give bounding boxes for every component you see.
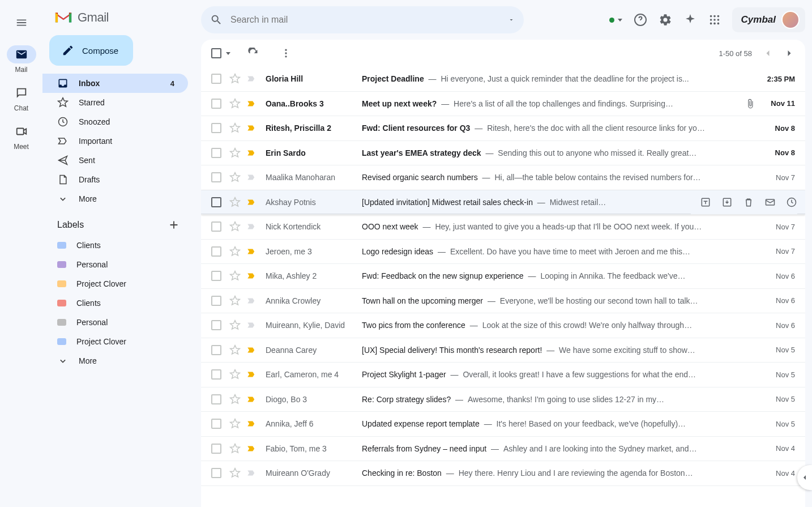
email-row[interactable]: Nick Kortendick OOO next week — Hey, jus… (201, 215, 805, 240)
star-button[interactable] (229, 467, 241, 479)
next-page-button[interactable] (784, 48, 795, 59)
row-checkbox[interactable] (211, 369, 223, 380)
row-checkbox[interactable] (211, 320, 223, 330)
importance-marker[interactable] (246, 99, 258, 109)
move-to-inbox-icon[interactable] (721, 197, 733, 208)
email-row[interactable]: Deanna Carey [UX] Special delivery! This… (201, 338, 805, 363)
importance-marker[interactable] (246, 197, 258, 207)
email-row[interactable]: Muireann O'Grady Checking in re: Boston … (201, 461, 805, 486)
star-button[interactable] (229, 344, 241, 356)
row-checkbox[interactable] (211, 271, 223, 281)
row-checkbox[interactable] (211, 345, 223, 355)
status-indicator[interactable] (609, 18, 622, 23)
row-checkbox[interactable] (211, 221, 223, 232)
label-item[interactable]: Clients (42, 236, 188, 255)
star-button[interactable] (229, 246, 241, 257)
row-checkbox[interactable] (211, 246, 223, 257)
search-options-icon[interactable] (508, 16, 515, 23)
star-button[interactable] (229, 443, 241, 454)
email-row[interactable]: Mika, Ashley 2 Fwd: Feedback on the new … (201, 264, 805, 289)
star-button[interactable] (229, 197, 241, 208)
importance-marker[interactable] (246, 74, 258, 84)
delete-icon[interactable] (743, 197, 754, 208)
mark-read-icon[interactable] (764, 197, 776, 208)
main-menu-button[interactable] (9, 10, 34, 35)
importance-marker[interactable] (246, 394, 258, 404)
star-button[interactable] (229, 270, 241, 282)
email-row[interactable]: Akshay Potnis [Updated invitation] Midwe… (201, 190, 805, 215)
email-row[interactable]: Diogo, Bo 3 Re: Corp strategy slides? — … (201, 387, 805, 412)
star-button[interactable] (229, 147, 241, 159)
row-checkbox[interactable] (211, 74, 223, 84)
search-bar[interactable] (201, 6, 524, 33)
email-row[interactable]: Oana..Brooks 3 Meet up next week? — Here… (201, 92, 805, 117)
prev-page-button[interactable] (762, 48, 773, 59)
nav-inbox[interactable]: Inbox 4 (42, 74, 188, 93)
label-item[interactable]: Clients (42, 293, 188, 313)
row-checkbox[interactable] (211, 468, 223, 478)
settings-icon[interactable] (659, 13, 672, 27)
labels-more[interactable]: More (42, 351, 188, 370)
label-item[interactable]: Project Clover (42, 274, 188, 293)
row-checkbox[interactable] (211, 296, 223, 306)
select-all-checkbox[interactable] (211, 48, 230, 58)
rail-chat[interactable]: Chat (7, 84, 36, 112)
label-item[interactable]: Personal (42, 255, 188, 274)
row-checkbox[interactable] (211, 123, 223, 133)
star-button[interactable] (229, 394, 241, 405)
star-button[interactable] (229, 418, 241, 429)
help-icon[interactable] (634, 13, 647, 27)
email-row[interactable]: Erin Sardo Last year's EMEA strategy dec… (201, 141, 805, 166)
email-row[interactable]: Maalika Manoharan Revised organic search… (201, 165, 805, 190)
email-row[interactable]: Ritesh, Priscilla 2 Fwd: Client resource… (201, 116, 805, 141)
nav-sent[interactable]: Sent (42, 151, 188, 170)
apps-icon[interactable] (708, 14, 721, 26)
email-row[interactable]: Fabio, Tom, me 3 Referrals from Sydney –… (201, 437, 805, 462)
star-button[interactable] (229, 295, 241, 306)
account-switcher[interactable]: Cymbal (732, 7, 805, 32)
email-row[interactable]: Earl, Cameron, me 4 Project Skylight 1-p… (201, 363, 805, 387)
email-row[interactable]: Annika, Jeff 6 Updated expense report te… (201, 412, 805, 437)
importance-marker[interactable] (246, 345, 258, 355)
star-button[interactable] (229, 221, 241, 232)
logo[interactable]: Gmail (47, 5, 188, 35)
importance-marker[interactable] (246, 271, 258, 281)
label-item[interactable]: Project Clover (42, 332, 188, 351)
nav-starred[interactable]: Starred (42, 93, 188, 112)
importance-marker[interactable] (246, 369, 258, 380)
row-checkbox[interactable] (211, 419, 223, 429)
importance-marker[interactable] (246, 320, 258, 330)
row-checkbox[interactable] (211, 444, 223, 454)
nav-important[interactable]: Important (42, 131, 188, 151)
importance-marker[interactable] (246, 419, 258, 429)
row-checkbox[interactable] (211, 172, 223, 182)
importance-marker[interactable] (246, 296, 258, 306)
importance-marker[interactable] (246, 123, 258, 133)
more-button[interactable] (276, 43, 296, 63)
add-label-button[interactable] (168, 219, 180, 231)
email-row[interactable]: Annika Crowley Town hall on the upcoming… (201, 289, 805, 314)
star-button[interactable] (229, 122, 241, 134)
star-button[interactable] (229, 73, 241, 84)
star-button[interactable] (229, 369, 241, 380)
row-checkbox[interactable] (211, 99, 223, 109)
importance-marker[interactable] (246, 221, 258, 232)
refresh-button[interactable] (243, 43, 263, 63)
importance-marker[interactable] (246, 444, 258, 454)
search-input[interactable] (230, 15, 500, 25)
nav-drafts[interactable]: Drafts (42, 170, 188, 189)
star-button[interactable] (229, 319, 241, 331)
sparkle-icon[interactable] (683, 13, 697, 27)
email-row[interactable]: Muireann, Kylie, David Two pics from the… (201, 313, 805, 338)
row-checkbox[interactable] (211, 148, 223, 158)
importance-marker[interactable] (246, 148, 258, 158)
compose-button[interactable]: Compose (49, 35, 133, 66)
row-checkbox[interactable] (211, 394, 223, 404)
label-item[interactable]: Personal (42, 313, 188, 332)
importance-marker[interactable] (246, 172, 258, 182)
snooze-icon[interactable] (786, 197, 797, 208)
importance-marker[interactable] (246, 468, 258, 478)
star-button[interactable] (229, 98, 241, 109)
nav-more[interactable]: More (42, 189, 188, 208)
rail-meet[interactable]: Meet (7, 122, 36, 151)
